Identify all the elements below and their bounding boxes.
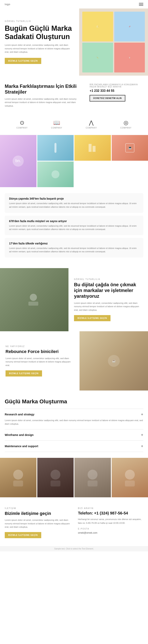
second-hero-image xyxy=(0,268,68,331)
brand-diff-section: Marka Farklılaştırması İçin Etkili Strat… xyxy=(0,76,148,116)
accordion-icon-1: + xyxy=(141,433,143,437)
logo-item-1: 📖 COMPANY xyxy=(51,120,62,129)
logo-name-1: COMPANY xyxy=(51,127,62,129)
stat-item-2: 17'den fazla ülkede varlığımız Lorem ips… xyxy=(5,238,143,258)
svg-rect-4 xyxy=(92,146,96,152)
team-photo-2 xyxy=(37,458,74,497)
wwd-desc: Lorem ipsum dolor sit amet, consectetur … xyxy=(6,357,74,367)
stat-desc-1: Lorem ipsum dolor sit amet, consectetur … xyxy=(9,224,139,231)
accordion-label-1: Wireframe and design xyxy=(5,433,34,436)
svg-rect-15 xyxy=(50,480,60,486)
wwd-eyebrow: NE YAPIYORUZ xyxy=(6,345,74,348)
photo-cell-3 xyxy=(74,135,111,161)
logo-icon-0: ⊙ xyxy=(20,120,24,126)
svg-rect-17 xyxy=(88,480,98,486)
logos-row: ⊙ COMPANY 📖 COMPANY ⋀ COMPANY ◎ COMPANY xyxy=(0,116,148,135)
logo-icon-2: ⋀ xyxy=(89,120,94,126)
contact-section: İLETİŞİM Bizimle iletişime geçin Lorem i… xyxy=(0,499,148,546)
logo-icon-3: ◎ xyxy=(124,120,128,126)
photo-cell-5 xyxy=(37,162,74,187)
photo-cell-4: 💻 xyxy=(112,135,148,161)
second-hero-desc: Lorem ipsum dolor sit amet, consectetur … xyxy=(74,302,142,312)
photo-cell-2 xyxy=(37,135,74,161)
contact-eyebrow: İLETİŞİM xyxy=(5,507,70,509)
sample-footer: Sample text. Click to select the Text El… xyxy=(0,546,148,552)
accordion-icon-0: + xyxy=(141,412,143,416)
second-hero-title: Bu dijital çağda öne çıkmak için markala… xyxy=(74,282,142,299)
brand-diff-phone: +1 232 333 44 55 xyxy=(90,89,143,92)
sample-footer-text: Sample text. Click to select the Text El… xyxy=(54,548,94,550)
accordion-icon-2: + xyxy=(141,444,143,448)
logo-icon-1: 📖 xyxy=(53,120,60,126)
contact-right-eyebrow: BİZİ ARAYIN xyxy=(78,507,143,509)
accordion-item-0: Research and strategy + Lorem ipsum dolo… xyxy=(5,409,143,429)
second-hero-right: GÖRSEL TUTARLILIK Bu dijital çağda öne ç… xyxy=(68,268,148,331)
hamburger-line1 xyxy=(139,3,143,3)
contact-right: BİZİ ARAYIN Telefon: +1 (324) 987-56-54 … xyxy=(78,507,143,538)
logo-item-3: ◎ COMPANY xyxy=(120,120,132,129)
contact-info-text: Herhangi bir sorunuz varsa, yorumunuzu i… xyxy=(78,518,143,525)
stat-desc-2: Lorem ipsum dolor sit amet, consectetur … xyxy=(9,246,139,254)
brand-diff-right: BİR PAZARLAMA UZAMANIYLA KONUŞMAYA HAZIR… xyxy=(86,84,143,108)
contact-title: Bizimle iletişime geçin xyxy=(5,511,70,516)
svg-point-18 xyxy=(125,470,135,480)
brand-diff-contact-label: BİR PAZARLAMA UZAMANIYLA KONUŞMAYA HAZIR… xyxy=(90,84,143,88)
contact-left: İLETİŞİM Bizimle iletişime geçin Lorem i… xyxy=(5,507,70,538)
svg-text:☕: ☕ xyxy=(112,359,116,363)
hero-description: Lorem ipsum dolor sit amet, consectetur … xyxy=(5,44,74,54)
svg-point-12 xyxy=(13,470,23,480)
svg-point-7 xyxy=(52,170,60,178)
accordion-header-2[interactable]: Maintenance and support + xyxy=(5,444,143,448)
brand-diff-desc: Lorem ipsum dolor sit amet, consectetur … xyxy=(5,97,80,108)
second-hero-eyebrow: GÖRSEL TUTARLILIK xyxy=(74,278,142,280)
brand-diff-title: Marka Farklılaştırması İçin Etkili Strat… xyxy=(5,84,80,95)
team-photos xyxy=(0,458,148,497)
logo-item-2: ⋀ COMPANY xyxy=(86,120,97,129)
accordion-header-0[interactable]: Research and strategy + xyxy=(5,412,143,416)
stat-desc-0: Lorem ipsum dolor sit amet, consectetur … xyxy=(9,202,139,209)
svg-rect-13 xyxy=(13,480,23,486)
second-hero-section: GÖRSEL TUTARLILIK Bu dijital çağda öne ç… xyxy=(0,268,148,331)
stat-title-2: 17'den fazla ülkede varlığımız xyxy=(9,242,139,245)
stat-item-0: Dünya çapında 345'ten fazla başarılı pro… xyxy=(5,193,143,213)
logo: logo xyxy=(5,3,10,6)
team-photo-1 xyxy=(0,458,36,497)
stats-section: Dünya çapında 345'ten fazla başarılı pro… xyxy=(0,187,148,266)
contact-email-label: E-POSTA xyxy=(78,528,143,530)
what-we-do-section: NE YAPIYORUZ Rebounce Force binicileri L… xyxy=(0,331,148,390)
svg-text:bn.: bn. xyxy=(16,158,21,163)
stat-title-0: Dünya çapında 345'ten fazla başarılı pro… xyxy=(9,197,139,200)
hero-cta-button[interactable]: BİZİMLE İLETİŞİME GEÇİN xyxy=(5,58,41,64)
accordion-header-1[interactable]: Wireframe and design + xyxy=(5,433,143,437)
brand-build-title: Güçlü Marka Oluşturma xyxy=(5,398,143,405)
contact-cta-button[interactable]: BİZİMLE İLETİŞİME GEÇİN xyxy=(5,532,41,538)
hamburger-button[interactable] xyxy=(139,3,143,6)
brand-diff-cta-button[interactable]: ÜCRETSİZ DENETİM ALIN xyxy=(90,95,125,102)
photo-cell-1: bn. xyxy=(0,135,36,187)
second-hero-cta-button[interactable]: BİZİMLE İLETİŞİME GEÇİN xyxy=(74,315,110,321)
team-photo-4 xyxy=(112,458,148,497)
logo-name-2: COMPANY xyxy=(86,127,97,129)
logo-item-0: ⊙ COMPANY xyxy=(16,120,28,129)
hero-left: GÖRSEL TUTARLILIK Bugün Güçlü Marka Sada… xyxy=(0,8,79,76)
contact-phone: Telefon: +1 (324) 987-56-54 xyxy=(78,511,143,516)
accordion-content-0: Lorem ipsum dolor sit amet, consectetur … xyxy=(5,416,143,426)
stat-item-1: 678'den fazla mutlu müşteri ve sayısı ar… xyxy=(5,216,143,235)
svg-text:💻: 💻 xyxy=(128,146,132,150)
svg-point-14 xyxy=(50,470,60,480)
brand-build-section: Güçlü Marka Oluşturma Research and strat… xyxy=(0,390,148,456)
accordion-label-0: Research and strategy xyxy=(5,413,34,416)
navbar: logo xyxy=(0,0,148,8)
contact-email: ornek@ornek.com xyxy=(78,532,143,534)
stat-title-1: 678'den fazla mutlu müşteri ve sayısı ar… xyxy=(9,220,139,223)
wwd-cta-button[interactable]: BİZİMLE İLETİŞİME GEÇİN xyxy=(6,370,42,376)
wwd-left: NE YAPIYORUZ Rebounce Force binicileri L… xyxy=(0,331,80,390)
svg-point-16 xyxy=(88,470,98,480)
svg-rect-3 xyxy=(88,144,92,152)
hero-eyebrow: GÖRSEL TUTARLILIK xyxy=(5,20,74,22)
contact-desc: Lorem ipsum dolor sit amet, consectetur … xyxy=(5,518,70,529)
hamburger-line2 xyxy=(139,4,143,4)
brand-diff-left: Marka Farklılaştırması İçin Etkili Strat… xyxy=(5,84,80,108)
accordion-item-1: Wireframe and design + xyxy=(5,429,143,440)
wwd-image: ☕ xyxy=(80,331,148,390)
